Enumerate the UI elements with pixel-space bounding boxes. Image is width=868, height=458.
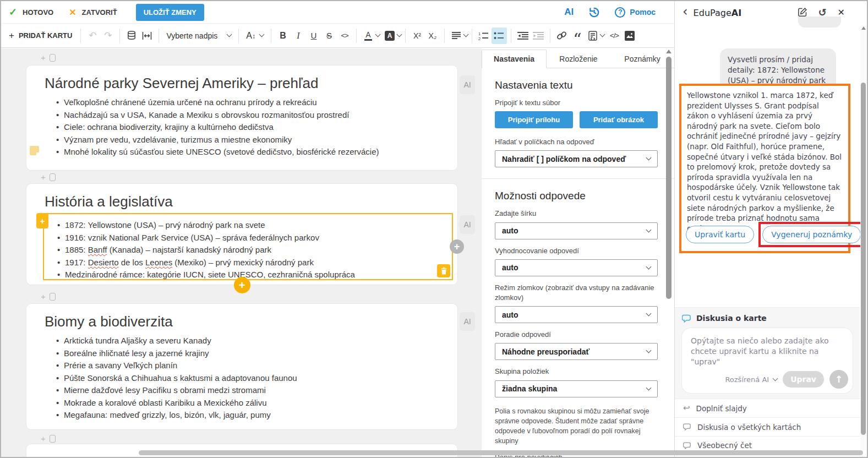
card-ai-assist-tab[interactable]: AI xyxy=(460,312,475,331)
history-icon[interactable] xyxy=(588,6,600,19)
subscript-button[interactable]: X₂ xyxy=(425,28,440,44)
send-arrow-button[interactable]: ↑ xyxy=(829,370,848,389)
field-value: auto xyxy=(502,310,518,319)
card-1[interactable]: Národné parky Severnej Ameriky – prehľad… xyxy=(26,65,458,171)
card-title: História a legislatíva xyxy=(45,193,457,210)
answer-fields-select[interactable]: Nahradiť [ ] políčkom na odpoveď xyxy=(495,150,658,167)
bg-color-button[interactable]: A xyxy=(382,28,397,44)
tab-nastavenia[interactable]: Nastavenia xyxy=(482,50,547,68)
font-size-select[interactable]: A↕ xyxy=(243,31,267,41)
indent-button[interactable] xyxy=(531,28,546,44)
help-label: Pomoc xyxy=(630,8,656,17)
add-item-button[interactable]: + xyxy=(450,239,464,254)
scroll-up-icon[interactable] xyxy=(861,26,866,30)
chevron-down-icon[interactable] xyxy=(463,32,469,37)
italic-button[interactable]: I xyxy=(291,28,306,44)
done-button[interactable]: ✓ HOTOVO xyxy=(9,6,53,18)
add-block-below-button[interactable]: + xyxy=(234,277,250,293)
footer-item-diskusia-vsetky-karty[interactable]: Diskusia o všetkých kartách xyxy=(675,417,860,436)
bullet-item: Prérie a savany Veľkých planín xyxy=(64,359,446,372)
superscript-button[interactable]: X² xyxy=(410,28,425,44)
uprav-submit-button[interactable]: Uprav xyxy=(783,371,824,388)
insert-card-control[interactable]: + xyxy=(41,434,56,443)
field-select[interactable]: Náhodne preusporiadať xyxy=(495,343,658,360)
text-color-button[interactable]: A xyxy=(361,28,376,44)
plus-icon: + xyxy=(41,292,46,301)
align-justify-icon xyxy=(452,32,461,39)
footer-item-doplnit-slajdy[interactable]: ↩ Doplniť slajdy xyxy=(675,399,860,417)
chat-bubble-icon xyxy=(682,314,691,323)
scroll-up-icon[interactable] xyxy=(666,50,672,53)
inline-code-button[interactable]: <> xyxy=(337,28,352,44)
underline-button[interactable]: U xyxy=(306,28,321,44)
code-block-button[interactable]: </> xyxy=(607,28,622,44)
card-2[interactable]: História a legislatíva + 1872: Yellowsto… xyxy=(26,183,458,285)
delete-block-button[interactable] xyxy=(437,264,450,277)
insert-image-button[interactable] xyxy=(622,28,637,44)
ordered-list-button[interactable]: 1 2 xyxy=(476,28,492,44)
chevron-down-icon[interactable] xyxy=(397,32,402,37)
card-discussion-input[interactable]: Opýtajte sa niečo alebo zadajte ako chce… xyxy=(691,336,844,367)
chevron-down-icon xyxy=(646,227,652,232)
bullet-item: Nachádzajú sa v USA, Kanade a Mexiku s o… xyxy=(64,109,446,122)
settings-scrollbar-thumb[interactable] xyxy=(666,57,672,299)
back-chevron-icon[interactable]: ‹ xyxy=(683,5,688,18)
chevron-down-icon xyxy=(646,155,652,161)
bullet-list-button[interactable] xyxy=(492,28,507,44)
undo-button[interactable]: ↶ xyxy=(85,28,100,44)
bullet-item: 1872: Yellowstone (USA) – prvý národný p… xyxy=(65,219,446,232)
text-width-button[interactable] xyxy=(139,28,155,44)
redo-button[interactable]: ↷ xyxy=(100,28,116,44)
card-3[interactable]: Biomy a biodiverzita Arktická tundra Alj… xyxy=(26,303,458,430)
horizontal-scrollbar[interactable] xyxy=(139,450,863,455)
add-card-button[interactable]: + PRIDAŤ KARTU xyxy=(6,30,77,41)
move-handle-icon[interactable]: + xyxy=(36,213,48,228)
footer-item-label: Diskusia o všetkých kartách xyxy=(697,423,801,432)
generate-notes-button[interactable]: Vygeneruj poznámky xyxy=(762,226,861,243)
card-ai-assist-tab[interactable]: AI xyxy=(460,75,475,94)
close-button[interactable]: ✕ ZATVORIŤ xyxy=(69,7,117,18)
field-select[interactable]: auto xyxy=(495,259,658,276)
toolbar-divider xyxy=(405,29,406,43)
chevron-down-icon[interactable] xyxy=(375,32,381,37)
outdent-button[interactable] xyxy=(515,28,531,44)
chevron-down-icon[interactable] xyxy=(600,32,605,37)
template-button[interactable] xyxy=(585,28,600,44)
selected-list-block[interactable]: + 1872: Yellowstone (USA) – prvý národný… xyxy=(43,213,453,280)
field-select[interactable]: auto xyxy=(495,306,658,323)
bold-button[interactable]: B xyxy=(275,28,291,44)
tab-rozlozenie[interactable]: Rozloženie xyxy=(547,50,610,68)
field-select[interactable]: žiadna skupina xyxy=(495,380,658,397)
database-icon xyxy=(127,31,136,40)
sticky-note-icon xyxy=(30,146,39,155)
card-ai-assist-tab[interactable]: AI xyxy=(460,215,475,234)
ai-panel-scrollbar[interactable] xyxy=(860,25,866,450)
field-select[interactable]: auto xyxy=(495,222,658,239)
close-panel-icon[interactable]: ✕ xyxy=(838,8,845,17)
settings-scrollbar[interactable] xyxy=(665,50,672,455)
chevron-down-icon xyxy=(646,311,652,317)
strikethrough-button[interactable]: S xyxy=(321,28,337,44)
ai-model-select[interactable]: Rozšírená AI xyxy=(725,375,777,384)
svg-text:2: 2 xyxy=(478,36,481,40)
field-label: Vyhodnocovanie odpovedí xyxy=(495,246,658,256)
align-button[interactable] xyxy=(449,28,464,44)
add-image-button[interactable]: Pridať obrázok xyxy=(580,111,658,128)
help-button[interactable]: ? Pomoc xyxy=(615,7,656,18)
insert-card-control[interactable]: + xyxy=(41,292,56,301)
tab-poznamky[interactable]: Poznámky xyxy=(610,50,674,68)
heading-style-select[interactable]: Vyberte nadpis xyxy=(163,31,234,40)
save-changes-button[interactable]: ULOŽIŤ ZMENY xyxy=(136,4,204,21)
edit-card-button[interactable]: Upraviť kartu xyxy=(686,226,754,243)
insert-card-control[interactable]: + xyxy=(41,53,56,62)
card-outline-icon xyxy=(50,54,56,62)
blockquote-button[interactable]: “ xyxy=(570,28,585,44)
ai-panel-scrollbar-thumb[interactable] xyxy=(861,83,866,435)
insert-card-control[interactable]: + xyxy=(41,172,56,182)
ai-button[interactable]: AI xyxy=(564,7,574,18)
card-stack-button[interactable] xyxy=(124,28,139,44)
discussion-input-card: Opýtajte sa niečo alebo zadajte ako chce… xyxy=(682,328,853,393)
attach-file-button[interactable]: Pripojiť prílohu xyxy=(495,111,573,128)
answer-fields-label: Hľadať v políčkach na odpoveď xyxy=(495,137,658,147)
link-button[interactable] xyxy=(554,28,570,44)
